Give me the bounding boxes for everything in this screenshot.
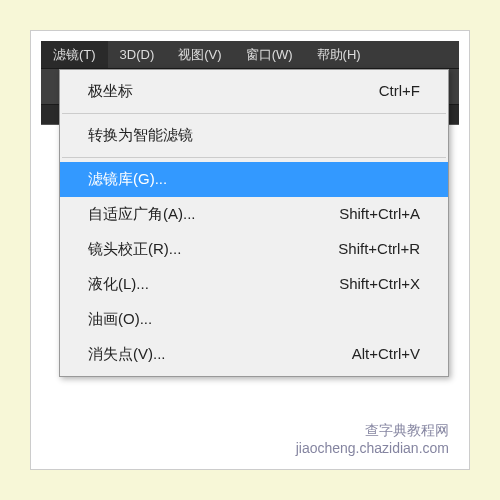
menu-item-label: 滤镜库(G)... xyxy=(88,170,167,189)
menubar-filter[interactable]: 滤镜(T) xyxy=(41,41,108,68)
menubar-3d[interactable]: 3D(D) xyxy=(108,41,167,68)
menu-item-shortcut: Shift+Ctrl+R xyxy=(338,240,420,259)
menu-item-label: 液化(L)... xyxy=(88,275,149,294)
menu-item-shortcut: Shift+Ctrl+A xyxy=(339,205,420,224)
menu-item-liquify[interactable]: 液化(L)... Shift+Ctrl+X xyxy=(60,267,448,302)
menu-item-adaptive-wide-angle[interactable]: 自适应广角(A)... Shift+Ctrl+A xyxy=(60,197,448,232)
menu-item-label: 油画(O)... xyxy=(88,310,152,329)
menubar: 滤镜(T) 3D(D) 视图(V) 窗口(W) 帮助(H) xyxy=(41,41,459,69)
screenshot-frame: 滤镜(T) 3D(D) 视图(V) 窗口(W) 帮助(H) 极坐标 Ctrl+F… xyxy=(30,30,470,470)
watermark-line2: jiaocheng.chazidian.com xyxy=(296,439,449,457)
watermark-line1: 查字典教程网 xyxy=(296,421,449,439)
menu-item-shortcut: Shift+Ctrl+X xyxy=(339,275,420,294)
menubar-view[interactable]: 视图(V) xyxy=(166,41,233,68)
menu-item-filter-gallery[interactable]: 滤镜库(G)... xyxy=(60,162,448,197)
menu-item-vanishing-point[interactable]: 消失点(V)... Alt+Ctrl+V xyxy=(60,337,448,372)
menu-item-label: 转换为智能滤镜 xyxy=(88,126,193,145)
menu-item-last-filter[interactable]: 极坐标 Ctrl+F xyxy=(60,74,448,109)
filter-menu-dropdown: 极坐标 Ctrl+F 转换为智能滤镜 滤镜库(G)... 自适应广角(A)...… xyxy=(59,69,449,377)
menu-item-label: 镜头校正(R)... xyxy=(88,240,181,259)
menu-item-oil-paint[interactable]: 油画(O)... xyxy=(60,302,448,337)
menu-item-shortcut: Alt+Ctrl+V xyxy=(352,345,420,364)
watermark: 查字典教程网 jiaocheng.chazidian.com xyxy=(296,421,449,457)
menubar-window[interactable]: 窗口(W) xyxy=(234,41,305,68)
menu-item-convert-smart[interactable]: 转换为智能滤镜 xyxy=(60,118,448,153)
menubar-help[interactable]: 帮助(H) xyxy=(305,41,373,68)
menu-separator xyxy=(62,113,446,114)
menu-item-label: 消失点(V)... xyxy=(88,345,166,364)
menu-item-lens-correction[interactable]: 镜头校正(R)... Shift+Ctrl+R xyxy=(60,232,448,267)
menu-item-label: 极坐标 xyxy=(88,82,133,101)
menu-separator xyxy=(62,157,446,158)
menu-item-shortcut: Ctrl+F xyxy=(379,82,420,101)
menu-item-label: 自适应广角(A)... xyxy=(88,205,196,224)
